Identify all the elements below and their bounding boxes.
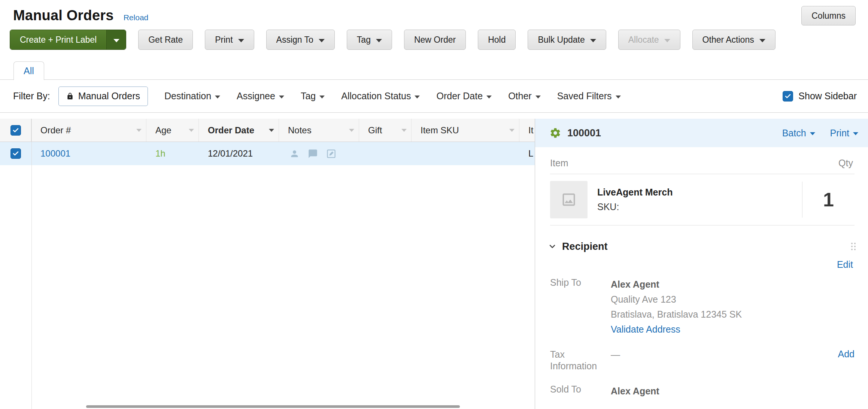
horizontal-scrollbar[interactable]: [86, 405, 460, 408]
filter-tag[interactable]: Tag: [301, 91, 325, 102]
filter-order-date[interactable]: Order Date: [436, 91, 492, 102]
filter-saved-filters[interactable]: Saved Filters: [557, 91, 621, 102]
ship-to-label: Ship To: [550, 277, 611, 288]
recipient-address-line1: Quality Ave 123: [611, 292, 855, 307]
sort-caret-icon[interactable]: [269, 129, 274, 132]
column-header-notes[interactable]: Notes: [279, 119, 359, 142]
cell-item-sku: [412, 142, 519, 165]
column-label: Order #: [40, 125, 71, 136]
recipient-section-header: Recipient: [535, 237, 868, 255]
show-sidebar-checkbox[interactable]: [783, 91, 793, 102]
batch-dropdown[interactable]: Batch: [782, 128, 815, 139]
row-select-cell: [0, 142, 31, 165]
check-icon: [12, 127, 19, 134]
order-number-link[interactable]: 100001: [40, 148, 70, 159]
filter-allocation-status[interactable]: Allocation Status: [341, 91, 420, 102]
filter-label: Other: [508, 91, 532, 102]
print-dropdown[interactable]: Print: [830, 128, 858, 139]
chevron-down-icon: [376, 39, 382, 42]
filter-bar: Filter By: Manual Orders Destination Ass…: [0, 80, 868, 113]
column-menu-icon[interactable]: [189, 129, 194, 132]
column-menu-icon[interactable]: [509, 129, 515, 132]
button-label: New Order: [414, 35, 456, 45]
orders-grid: Order # Age Order Date Notes Gift Item S…: [0, 119, 535, 409]
row-checkbox[interactable]: [10, 148, 21, 159]
filter-assignee[interactable]: Assignee: [237, 91, 284, 102]
column-header-item-sku[interactable]: Item SKU: [412, 119, 519, 142]
tag-button[interactable]: Tag: [347, 30, 392, 50]
column-header-gift[interactable]: Gift: [359, 119, 412, 142]
order-detail-sidebar: 100001 Batch Print Item Qty LiveAgent Me…: [535, 119, 868, 409]
select-all-checkbox[interactable]: [10, 125, 21, 136]
filter-other[interactable]: Other: [508, 91, 541, 102]
sold-to-value: Alex Agent: [611, 384, 855, 399]
chevron-down-icon: [415, 96, 420, 99]
chevron-down-icon: [486, 96, 492, 99]
reload-link[interactable]: Reload: [124, 13, 149, 22]
chat-bubble-icon[interactable]: [308, 149, 318, 159]
divider: [550, 225, 855, 225]
toolbar: Create + Print Label Get Rate Print Assi…: [0, 24, 868, 50]
gear-icon[interactable]: [549, 127, 561, 139]
chevron-down-icon[interactable]: [548, 242, 557, 251]
recipient-address-line2: Bratislava, Bratislava 12345 SK: [611, 307, 855, 322]
column-header-item-name[interactable]: It: [519, 119, 535, 142]
item-thumbnail: [550, 181, 588, 218]
chevron-down-icon: [319, 96, 325, 99]
validate-address-link[interactable]: Validate Address: [611, 324, 680, 334]
create-print-label-main[interactable]: Create + Print Label: [10, 30, 106, 49]
chevron-down-icon: [590, 39, 596, 42]
get-rate-button[interactable]: Get Rate: [138, 30, 193, 50]
filter-destination[interactable]: Destination: [164, 91, 220, 102]
column-label: It: [528, 125, 533, 136]
column-menu-icon[interactable]: [401, 129, 407, 132]
button-label: Get Rate: [148, 35, 183, 45]
item-name: LiveAgent Merch: [597, 187, 673, 198]
drag-handle-icon[interactable]: [850, 242, 857, 251]
bulk-update-button[interactable]: Bulk Update: [528, 30, 606, 50]
check-icon: [784, 93, 791, 100]
hold-button[interactable]: Hold: [478, 30, 516, 50]
column-header-order-number[interactable]: Order #: [31, 119, 146, 142]
chevron-down-icon: [113, 39, 119, 42]
print-button[interactable]: Print: [205, 30, 254, 50]
item-qty-box: 1: [802, 182, 855, 218]
show-sidebar-label: Show Sidebar: [798, 91, 857, 102]
column-menu-icon[interactable]: [136, 129, 142, 132]
assign-user-icon[interactable]: [289, 149, 300, 159]
new-order-button[interactable]: New Order: [404, 30, 466, 50]
cell-order-date: 12/01/2021: [199, 142, 279, 165]
create-print-label-dropdown[interactable]: [106, 30, 126, 49]
tab-all[interactable]: All: [13, 61, 44, 80]
column-label: Gift: [368, 125, 382, 136]
chevron-down-icon: [215, 96, 220, 99]
other-actions-button[interactable]: Other Actions: [692, 30, 776, 50]
cell-gift: [359, 142, 412, 165]
manual-orders-filter-button[interactable]: Manual Orders: [58, 87, 148, 106]
allocate-button: Allocate: [618, 30, 680, 50]
edit-recipient-link[interactable]: Edit: [837, 259, 853, 270]
qty-column-label: Qty: [838, 158, 853, 169]
column-label: Notes: [288, 125, 312, 136]
create-print-label-button[interactable]: Create + Print Label: [10, 30, 126, 50]
item-column-label: Item: [550, 158, 568, 169]
column-header-age[interactable]: Age: [146, 119, 199, 142]
add-tax-link[interactable]: Add: [838, 349, 855, 359]
filter-label: Saved Filters: [557, 91, 612, 102]
age-value: 1h: [155, 148, 166, 159]
column-header-order-date[interactable]: Order Date: [199, 119, 279, 142]
chevron-down-icon: [535, 96, 541, 99]
order-row[interactable]: 100001 1h 12/01/2021 L: [0, 142, 535, 165]
chevron-down-icon: [238, 39, 244, 42]
sidebar-actions: Batch Print: [782, 128, 858, 139]
tax-information-label: Tax Information: [550, 349, 611, 372]
assign-to-button[interactable]: Assign To: [266, 30, 335, 50]
button-label: Hold: [488, 35, 506, 45]
cell-notes: [279, 142, 359, 165]
chevron-down-icon: [853, 132, 858, 135]
edit-note-icon[interactable]: [326, 149, 336, 159]
button-label: Allocate: [628, 35, 659, 45]
columns-button[interactable]: Columns: [801, 6, 856, 25]
button-label: Tag: [357, 35, 371, 45]
column-menu-icon[interactable]: [349, 129, 354, 132]
